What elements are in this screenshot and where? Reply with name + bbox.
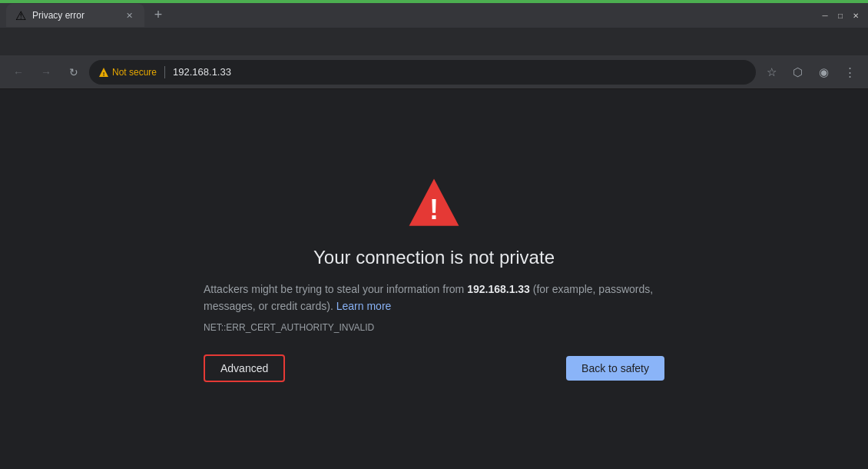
menu-button[interactable]: ⋮ [837,60,862,85]
bookmark-button[interactable]: ☆ [759,60,784,85]
back-to-safety-button[interactable]: Back to safety [566,356,664,381]
toolbar: ← → ↻ ! Not secure 192.168.1.33 ☆ ⬡ ◉ ⋮ [0,55,868,89]
browser-tab[interactable]: ⚠ Privacy error ✕ [6,4,144,27]
address-bar[interactable]: ! Not secure 192.168.1.33 [89,60,756,85]
not-secure-label: Not secure [112,67,157,78]
extensions-icon: ⬡ [793,65,803,79]
title-bar: ⚠ Privacy error ✕ + ─ □ ✕ [0,3,868,28]
tab-bar [0,28,868,55]
reload-icon: ↻ [69,66,78,78]
forward-icon: → [41,66,51,78]
page-content: ! Your connection is not private Attacke… [0,89,868,469]
maximize-button[interactable]: □ [834,9,846,22]
address-separator [164,66,165,78]
error-description: Attackers might be trying to steal your … [204,281,664,315]
close-window-button[interactable]: ✕ [850,9,862,22]
tab-favicon: ⚠ [15,10,26,21]
error-container: ! Your connection is not private Attacke… [204,176,664,383]
back-button[interactable]: ← [6,60,31,85]
buttons-row: Advanced Back to safety [204,354,664,382]
warning-triangle: ! [406,176,462,231]
title-bar-controls: ─ □ ✕ [819,9,862,22]
tab-title: Privacy error [32,10,117,21]
error-title: Your connection is not private [313,247,555,268]
address-text: 192.168.1.33 [173,66,747,78]
profile-button[interactable]: ◉ [811,60,836,85]
new-tab-button[interactable]: + [147,4,169,25]
tab-close-button[interactable]: ✕ [123,9,135,22]
svg-text:!: ! [429,194,439,225]
learn-more-link[interactable]: Learn more [336,300,392,312]
warning-triangle-icon: ! [98,67,109,78]
profile-icon: ◉ [819,65,829,79]
forward-button[interactable]: → [34,60,58,85]
svg-text:!: ! [103,70,105,77]
not-secure-badge: ! Not secure [98,67,157,78]
reload-button[interactable]: ↻ [61,60,86,85]
advanced-button[interactable]: Advanced [204,354,285,382]
toolbar-right-icons: ☆ ⬡ ◉ ⋮ [759,60,862,85]
error-description-prefix: Attackers might be trying to steal your … [204,283,467,295]
extensions-button[interactable]: ⬡ [785,60,810,85]
menu-icon: ⋮ [844,65,856,79]
minimize-button[interactable]: ─ [819,9,831,22]
back-icon: ← [13,66,24,78]
bookmark-icon: ☆ [767,65,777,79]
error-code: NET::ERR_CERT_AUTHORITY_INVALID [204,322,374,333]
error-ip-address: 192.168.1.33 [467,283,530,295]
